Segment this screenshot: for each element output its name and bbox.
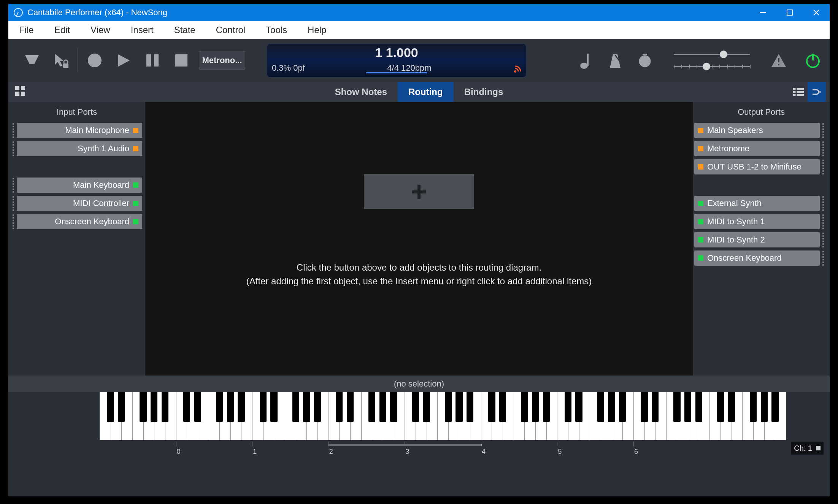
timer-icon[interactable] <box>637 53 652 68</box>
note-icon[interactable] <box>579 53 595 68</box>
black-key[interactable] <box>260 392 267 422</box>
black-key[interactable] <box>270 392 277 422</box>
black-key[interactable] <box>194 392 201 422</box>
black-key[interactable] <box>216 392 223 422</box>
menu-insert[interactable]: Insert <box>131 25 154 35</box>
black-key[interactable] <box>292 392 299 422</box>
close-button[interactable] <box>803 4 830 21</box>
port-row[interactable]: Onscreen Keyboard <box>10 213 142 230</box>
black-key[interactable] <box>619 392 626 422</box>
menu-view[interactable]: View <box>90 25 110 35</box>
black-key[interactable] <box>227 392 234 422</box>
midi-channel-indicator[interactable]: Ch: 1 <box>791 442 824 455</box>
black-key[interactable] <box>684 392 691 422</box>
black-key[interactable] <box>456 392 462 422</box>
port-row[interactable]: External Synth <box>694 195 827 212</box>
port-row[interactable]: MIDI Controller <box>10 195 142 212</box>
black-key[interactable] <box>118 392 125 422</box>
add-object-button[interactable]: + <box>364 174 474 209</box>
maximize-button[interactable] <box>776 4 803 21</box>
list-view-icon[interactable] <box>789 82 808 102</box>
port-chip[interactable]: MIDI to Synth 1 <box>694 214 820 229</box>
black-key[interactable] <box>575 392 582 422</box>
black-key[interactable] <box>761 392 768 422</box>
menu-control[interactable]: Control <box>216 25 245 35</box>
black-key[interactable] <box>107 392 114 422</box>
black-key[interactable] <box>597 392 604 422</box>
menu-edit[interactable]: Edit <box>54 25 70 35</box>
black-key[interactable] <box>379 392 386 422</box>
port-chip[interactable]: Metronome <box>694 141 820 156</box>
record-button[interactable] <box>86 51 104 70</box>
black-key[interactable] <box>151 392 157 422</box>
cursor-lock-icon[interactable] <box>52 51 70 70</box>
metronome-chip[interactable]: Metrono... <box>199 51 245 70</box>
onscreen-keyboard[interactable]: 0123456 Ch: 1 <box>8 392 830 457</box>
keyboard-range-slider[interactable] <box>329 444 482 446</box>
black-key[interactable] <box>771 392 778 422</box>
black-key[interactable] <box>521 392 528 422</box>
black-key[interactable] <box>565 392 571 422</box>
warning-icon[interactable] <box>770 51 788 70</box>
port-chip[interactable]: OUT USB 1-2 to Minifuse <box>694 159 820 174</box>
black-key[interactable] <box>673 392 680 422</box>
menu-state[interactable]: State <box>174 25 195 35</box>
black-key[interactable] <box>162 392 168 422</box>
black-key[interactable] <box>183 392 190 422</box>
black-key[interactable] <box>499 392 506 422</box>
port-chip[interactable]: Main Keyboard <box>17 178 142 193</box>
black-key[interactable] <box>303 392 310 422</box>
tab-show-notes[interactable]: Show Notes <box>324 82 398 102</box>
pause-button[interactable] <box>143 51 162 70</box>
black-key[interactable] <box>641 392 648 422</box>
port-chip[interactable]: Main Speakers <box>694 123 820 138</box>
menu-help[interactable]: Help <box>308 25 326 35</box>
black-key[interactable] <box>750 392 757 422</box>
menu-file[interactable]: File <box>19 25 34 35</box>
black-key[interactable] <box>543 392 550 422</box>
menu-tools[interactable]: Tools <box>266 25 287 35</box>
port-row[interactable]: MIDI to Synth 2 <box>694 231 827 249</box>
black-key[interactable] <box>652 392 659 422</box>
routing-diagram-icon[interactable] <box>808 82 826 102</box>
transport-status-panel[interactable]: 1 1.000 0.3% 0pf 4/4 120bpm <box>267 43 526 78</box>
stop-button[interactable] <box>172 51 190 70</box>
port-row[interactable]: OUT USB 1-2 to Minifuse <box>694 158 827 176</box>
port-row[interactable]: MIDI to Synth 1 <box>694 213 827 230</box>
black-key[interactable] <box>368 392 375 422</box>
black-key[interactable] <box>445 392 452 422</box>
black-key[interactable] <box>695 392 702 422</box>
master-volume-slider[interactable] <box>674 50 750 59</box>
black-key[interactable] <box>347 392 354 422</box>
black-key[interactable] <box>423 392 430 422</box>
black-key[interactable] <box>336 392 343 422</box>
live-mode-icon[interactable] <box>23 51 41 70</box>
black-key[interactable] <box>717 392 724 422</box>
port-chip[interactable]: MIDI Controller <box>17 196 142 211</box>
black-key[interactable] <box>728 392 735 422</box>
black-key[interactable] <box>412 392 419 422</box>
black-key[interactable] <box>314 392 321 422</box>
tab-routing[interactable]: Routing <box>398 82 454 102</box>
port-row[interactable]: Main Microphone <box>10 122 142 139</box>
black-key[interactable] <box>608 392 615 422</box>
port-row[interactable]: Synth 1 Audio <box>10 140 142 157</box>
power-button[interactable] <box>801 49 824 72</box>
tab-bindings[interactable]: Bindings <box>454 82 514 102</box>
play-button[interactable] <box>114 51 133 70</box>
black-key[interactable] <box>532 392 539 422</box>
master-gain-slider[interactable] <box>674 62 750 71</box>
port-chip[interactable]: External Synth <box>694 196 820 211</box>
metronome-icon[interactable] <box>608 53 624 68</box>
port-row[interactable]: Main Speakers <box>694 122 827 139</box>
port-chip[interactable]: Main Microphone <box>17 123 142 138</box>
port-row[interactable]: Main Keyboard <box>10 176 142 194</box>
port-chip[interactable]: Synth 1 Audio <box>17 141 142 156</box>
port-row[interactable]: Onscreen Keyboard <box>694 249 827 267</box>
black-key[interactable] <box>467 392 473 422</box>
port-row[interactable]: Metronome <box>694 140 827 157</box>
black-key[interactable] <box>140 392 146 422</box>
black-key[interactable] <box>488 392 495 422</box>
black-key[interactable] <box>238 392 244 422</box>
black-key[interactable] <box>390 392 397 422</box>
